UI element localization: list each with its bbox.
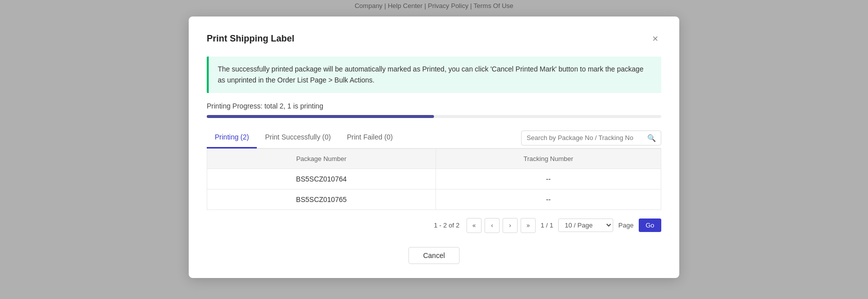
search-icon: 🔍 [647, 134, 656, 142]
progress-bar-fill [207, 115, 434, 118]
per-page-select[interactable]: 10 / Page 20 / Page 50 / Page [558, 218, 613, 232]
go-button[interactable]: Go [639, 218, 661, 232]
tab-print-failed[interactable]: Print Failed (0) [339, 128, 401, 148]
first-page-button[interactable]: « [467, 218, 482, 233]
top-bar-company[interactable]: Company [354, 2, 382, 10]
table-row: BS5SCZ010764-- [207, 168, 661, 189]
last-page-button[interactable]: » [521, 218, 536, 233]
next-page-button[interactable]: › [503, 218, 518, 233]
page-label: Page [618, 222, 633, 229]
modal-dialog: Print Shipping Label × The successfully … [189, 16, 679, 278]
top-bar: Company | Help Center | Privacy Policy |… [0, 0, 868, 12]
col-package-number: Package Number [207, 148, 436, 168]
modal-header: Print Shipping Label × [207, 32, 661, 44]
prev-page-button[interactable]: ‹ [485, 218, 500, 233]
progress-text: Printing Progress: total 2, 1 is printin… [207, 102, 661, 110]
table-body: BS5SCZ010764--BS5SCZ010765-- [207, 168, 661, 210]
tabs-row: Printing (2) Print Successfully (0) Prin… [207, 128, 661, 148]
col-tracking-number: Tracking Number [436, 148, 661, 168]
top-bar-helpcenter[interactable]: Help Center [388, 2, 422, 10]
cell-tracking-number: -- [436, 189, 661, 210]
top-bar-terms[interactable]: Terms Of Use [474, 2, 513, 10]
pagination-row: 1 - 2 of 2 « ‹ › » 1 / 1 10 / Page 20 / … [207, 218, 661, 233]
top-bar-sep1: | [384, 2, 388, 10]
info-banner-text: The successfully printed package will be… [218, 65, 643, 84]
top-bar-privacy[interactable]: Privacy Policy [428, 2, 469, 10]
progress-bar-container [207, 115, 661, 118]
table-header-row: Package Number Tracking Number [207, 148, 661, 168]
table-row: BS5SCZ010765-- [207, 189, 661, 210]
tab-print-successfully[interactable]: Print Successfully (0) [257, 128, 338, 148]
modal-overlay: Print Shipping Label × The successfully … [0, 12, 868, 299]
search-box: 🔍 [521, 130, 661, 146]
top-bar-sep2: | [424, 2, 428, 10]
tab-printing[interactable]: Printing (2) [207, 128, 257, 148]
packages-table: Package Number Tracking Number BS5SCZ010… [207, 148, 661, 210]
close-button[interactable]: × [649, 32, 661, 44]
search-input[interactable] [527, 134, 647, 142]
modal-title: Print Shipping Label [207, 34, 294, 44]
cancel-button[interactable]: Cancel [408, 247, 460, 264]
page-current: 1 / 1 [541, 222, 553, 229]
page-background: Company | Help Center | Privacy Policy |… [0, 0, 868, 299]
footer-actions: Cancel [207, 247, 661, 264]
cell-package-number: BS5SCZ010765 [207, 189, 436, 210]
cell-package-number: BS5SCZ010764 [207, 168, 436, 189]
info-banner: The successfully printed package will be… [207, 56, 661, 93]
pagination-range: 1 - 2 of 2 [434, 222, 460, 229]
cell-tracking-number: -- [436, 168, 661, 189]
